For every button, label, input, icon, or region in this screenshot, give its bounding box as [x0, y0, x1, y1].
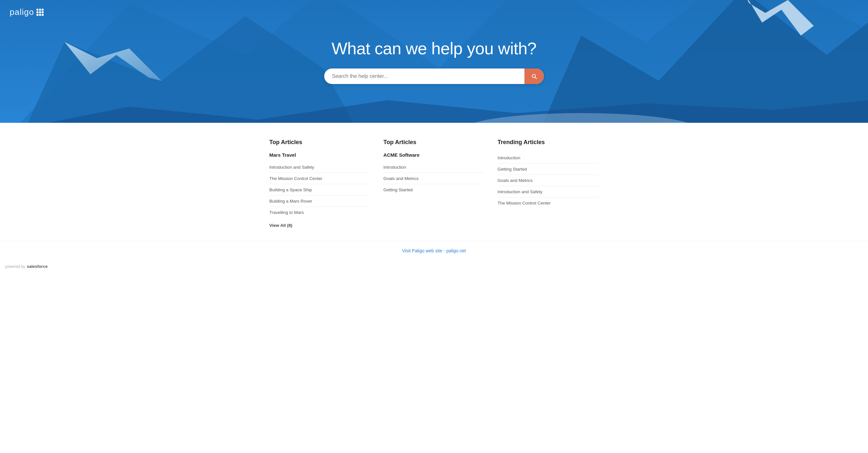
search-icon — [531, 73, 537, 80]
col2-article-list: Introduction Goals and Metrics Getting S… — [383, 161, 485, 195]
hero-content: What can we help you with? — [0, 39, 868, 84]
list-item: The Mission Control Center — [498, 198, 599, 208]
list-item: Introduction and Safety — [498, 186, 599, 198]
footer: Visit Paligo web site - paligo.net — [0, 241, 868, 260]
article-link-getting-started[interactable]: Getting Started — [383, 187, 413, 192]
col2-section-title: Top Articles — [383, 139, 485, 146]
article-link-introduction-safety[interactable]: Introduction and Safety — [269, 165, 314, 170]
col1-subsection-title: Mars Travel — [269, 152, 370, 158]
hero-title: What can we help you with? — [6, 39, 862, 58]
hero-section: paligo What can we help you with? — [0, 0, 868, 123]
logo-grid-icon — [36, 9, 43, 16]
col3-section-title: Trending Articles — [498, 139, 599, 146]
col1-article-list: Introduction and Safety The Mission Cont… — [269, 161, 370, 218]
list-item: Goals and Metrics — [383, 173, 485, 184]
trending-link-getting-started[interactable]: Getting Started — [498, 167, 527, 172]
salesforce-brand: salesforce — [27, 264, 48, 269]
list-item: Getting Started — [383, 184, 485, 195]
column-mars-travel: Top Articles Mars Travel Introduction an… — [269, 139, 370, 228]
article-link-mars-rover[interactable]: Building a Mars Rover — [269, 199, 312, 204]
list-item: Building a Mars Rover — [269, 195, 370, 207]
column-trending: Trending Articles Introduction Getting S… — [498, 139, 599, 228]
search-button[interactable] — [524, 68, 544, 84]
article-link-mission-control[interactable]: The Mission Control Center — [269, 176, 322, 181]
col2-subsection-title: ACME Software — [383, 152, 485, 158]
logo-text: paligo — [10, 7, 34, 17]
column-acme-software: Top Articles ACME Software Introduction … — [383, 139, 485, 228]
article-link-goals-metrics[interactable]: Goals and Metrics — [383, 176, 418, 181]
list-item: Goals and Metrics — [498, 175, 599, 186]
powered-label: powered by — [5, 264, 25, 269]
article-link-introduction[interactable]: Introduction — [383, 165, 406, 170]
list-item: Introduction — [498, 152, 599, 163]
logo[interactable]: paligo — [10, 7, 43, 17]
article-link-space-ship[interactable]: Building a Space Ship — [269, 187, 312, 192]
main-content: Top Articles Mars Travel Introduction an… — [0, 123, 868, 241]
article-link-travelling-mars[interactable]: Travelling to Mars — [269, 210, 304, 215]
col1-section-title: Top Articles — [269, 139, 370, 146]
search-input[interactable] — [324, 69, 524, 84]
powered-by-bar: powered by salesforce — [0, 260, 868, 273]
paligo-website-link[interactable]: Visit Paligo web site - paligo.net — [402, 248, 466, 253]
trending-link-mission-control[interactable]: The Mission Control Center — [498, 201, 551, 206]
list-item: Getting Started — [498, 163, 599, 175]
trending-link-goals-metrics[interactable]: Goals and Metrics — [498, 178, 533, 183]
col3-article-list: Introduction Getting Started Goals and M… — [498, 152, 599, 208]
content-columns: Top Articles Mars Travel Introduction an… — [256, 139, 612, 228]
list-item: Building a Space Ship — [269, 184, 370, 195]
list-item: The Mission Control Center — [269, 173, 370, 184]
list-item: Introduction — [383, 161, 485, 173]
list-item: Introduction and Safety — [269, 161, 370, 173]
view-all-link[interactable]: View All (8) — [269, 223, 292, 228]
list-item: Travelling to Mars — [269, 207, 370, 218]
search-bar — [324, 68, 544, 84]
trending-link-introduction[interactable]: Introduction — [498, 155, 521, 160]
trending-link-intro-safety[interactable]: Introduction and Safety — [498, 189, 542, 194]
